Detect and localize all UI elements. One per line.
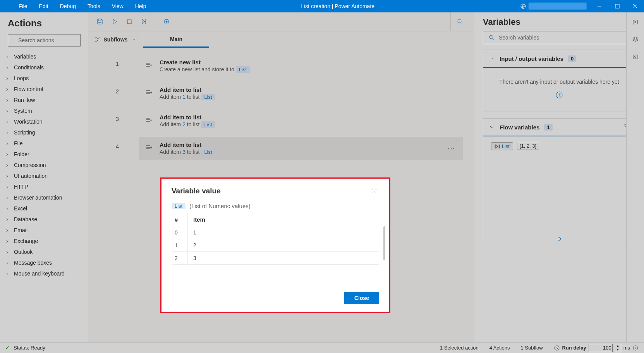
action-category[interactable]: ›Run flow (3, 95, 85, 105)
ms-label: ms (623, 345, 630, 351)
flow-search-button[interactable] (450, 12, 469, 31)
action-card[interactable]: Create new listCreate a new list and sto… (139, 54, 463, 77)
designer-toolbar (88, 12, 474, 31)
variable-value-preview: [1, 2, 3] (517, 142, 539, 150)
action-card[interactable]: Add item to listAdd item 1 to list List (139, 82, 463, 105)
add-io-variable[interactable] (491, 91, 627, 101)
status-ok-icon: ✓ (5, 345, 10, 351)
line-number: 4 (88, 134, 127, 162)
stop-button[interactable] (123, 15, 136, 28)
info-icon[interactable] (632, 345, 639, 351)
run-delay-spinner[interactable]: ▲▼ (615, 344, 621, 352)
clock-icon (554, 345, 560, 351)
search-actions-input[interactable] (18, 37, 86, 43)
action-category[interactable]: ›Browser automation (3, 192, 85, 203)
subflow-icon (94, 36, 100, 43)
variable-chip-list[interactable]: {x}List (491, 142, 513, 150)
actions-tree[interactable]: ›Variables›Conditionals›Loops›Flow contr… (0, 51, 88, 342)
action-category[interactable]: ›Database (3, 214, 85, 225)
action-card[interactable]: Add item to listAdd item 2 to list List (139, 109, 463, 132)
search-icon (489, 34, 495, 41)
run-delay-input[interactable] (589, 344, 613, 352)
action-category[interactable]: ›System (3, 105, 85, 116)
search-actions[interactable] (8, 34, 81, 46)
svg-point-5 (166, 21, 167, 22)
search-variables[interactable] (483, 31, 635, 44)
action-category[interactable]: ›Conditionals (3, 62, 85, 73)
subflows-dropdown[interactable]: Subflows (88, 31, 143, 48)
svg-point-7 (489, 35, 493, 39)
io-count-badge: 0 (568, 55, 576, 62)
action-category[interactable]: ›Excel (3, 203, 85, 214)
scrollbar[interactable] (383, 226, 385, 260)
search-variables-input[interactable] (499, 34, 635, 41)
action-category[interactable]: ›HTTP (3, 181, 85, 192)
step-button[interactable] (138, 15, 150, 28)
action-category[interactable]: ›File (3, 138, 85, 149)
svg-rect-1 (615, 4, 619, 8)
title-bar: File Edit Debug Tools View Help List cre… (0, 0, 644, 12)
rail-layers-icon[interactable] (627, 30, 644, 48)
flow-variables-section: Flow variables 1 {x}List [1, 2, 3] (483, 118, 635, 243)
action-category[interactable]: ›Compression (3, 160, 85, 170)
action-category[interactable]: ›Flow control (3, 84, 85, 95)
action-category[interactable]: ›Scripting (3, 127, 85, 138)
menu-debug[interactable]: Debug (60, 3, 76, 9)
action-category[interactable]: ›Workstation (3, 116, 85, 127)
clear-variables[interactable] (483, 228, 635, 243)
line-number: 3 (88, 107, 127, 134)
rail-images-icon[interactable] (627, 48, 644, 66)
chevron-down-icon[interactable] (489, 55, 495, 62)
window-minimize[interactable] (591, 0, 608, 12)
line-number: 2 (88, 79, 127, 107)
chevron-down-icon[interactable] (489, 124, 495, 130)
svg-rect-9 (633, 55, 638, 59)
dialog-title: Variable value (172, 187, 370, 195)
action-category[interactable]: ›Mouse and keyboard (3, 268, 85, 279)
menu-file[interactable]: File (19, 3, 27, 9)
io-variables-section: Input / output variables 0 There aren't … (483, 50, 635, 112)
variable-value-dialog: Variable value List (List of Numeric val… (160, 177, 390, 313)
action-category[interactable]: ›Exchange (3, 236, 85, 246)
menu-tools[interactable]: Tools (88, 3, 100, 9)
status-actions: 4 Actions (489, 345, 510, 351)
close-button[interactable]: Close (344, 292, 379, 304)
col-item: Item (188, 213, 379, 226)
svg-rect-3 (127, 20, 131, 24)
tab-main[interactable]: Main (143, 31, 209, 48)
more-icon[interactable]: ⋮ (447, 145, 456, 152)
action-category[interactable]: ›Folder (3, 149, 85, 160)
grid-row[interactable]: 12 (172, 239, 379, 252)
flow-vars-count-badge: 1 (544, 124, 552, 131)
actions-heading: Actions (0, 18, 88, 34)
window-title: List creation | Power Automate (156, 3, 520, 9)
io-title: Input / output variables (500, 55, 563, 62)
action-category[interactable]: ›Loops (3, 73, 85, 84)
grid-row[interactable]: 01 (172, 226, 379, 239)
account-icon (520, 3, 526, 9)
save-button[interactable] (94, 15, 106, 28)
window-close[interactable] (626, 0, 644, 12)
dialog-close-icon[interactable] (370, 186, 379, 196)
action-category[interactable]: ›Message boxes (3, 257, 85, 268)
grid-row[interactable]: 23 (172, 252, 379, 265)
run-button[interactable] (108, 15, 121, 28)
record-button[interactable] (160, 15, 173, 28)
action-card[interactable]: Add item to listAdd item 3 to list List … (139, 137, 463, 160)
menu-view[interactable]: View (112, 3, 124, 9)
flow-vars-title: Flow variables (500, 124, 539, 131)
right-rail: {x} (626, 12, 644, 342)
account-area[interactable] (520, 3, 587, 10)
grid-header: # Item (172, 213, 379, 226)
status-text: Status: Ready (14, 345, 45, 351)
svg-point-6 (458, 19, 461, 23)
menu-help[interactable]: Help (135, 3, 146, 9)
action-category[interactable]: ›Variables (3, 51, 85, 62)
action-category[interactable]: ›UI automation (3, 170, 85, 181)
action-category[interactable]: ›Outlook (3, 246, 85, 257)
action-category[interactable]: ›Email (3, 225, 85, 236)
rail-variables-icon[interactable]: {x} (627, 12, 644, 30)
window-maximize[interactable] (608, 0, 626, 12)
status-subflow: 1 Subflow (520, 345, 543, 351)
menu-edit[interactable]: Edit (39, 3, 48, 9)
